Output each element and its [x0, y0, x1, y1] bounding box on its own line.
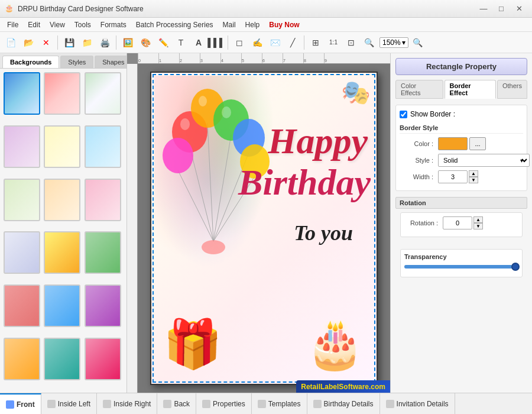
menu-mail[interactable]: Mail: [218, 20, 241, 30]
zoom-in-button[interactable]: 🔍: [361, 34, 377, 51]
invitation-details-label: Invitation Details: [397, 400, 449, 408]
svg-line-2: [213, 135, 231, 241]
zoom-box[interactable]: 150% ▾: [379, 37, 408, 48]
thumb-2[interactable]: [44, 72, 80, 115]
thumb-17[interactable]: [44, 338, 80, 380]
text-button[interactable]: T: [173, 34, 189, 51]
thumb-10[interactable]: [4, 231, 40, 274]
ruler-left: [127, 64, 138, 393]
bottom-tab-inside-left[interactable]: Inside Left: [41, 393, 97, 414]
sep-2: [116, 35, 116, 50]
thumb-8[interactable]: [44, 179, 80, 221]
app-title: DRPU Birthday Card Designer Software: [18, 5, 475, 13]
bottom-tab-front[interactable]: Front: [0, 393, 41, 414]
barcode-button[interactable]: ▌▌▌: [208, 34, 225, 51]
new-button[interactable]: 📄: [2, 34, 19, 51]
show-border-label: Show Border :: [410, 110, 455, 118]
color-browse-button[interactable]: ...: [469, 137, 486, 150]
line-button[interactable]: ╱: [284, 34, 301, 51]
r-tick-0: 0: [138, 53, 158, 63]
r-tick-4: 4: [220, 53, 241, 63]
rotation-down-button[interactable]: ▼: [473, 223, 483, 229]
card-canvas[interactable]: Happy Birthday To you 🎁 🎂 🎭: [150, 72, 378, 385]
zoom-dropdown-icon[interactable]: ▾: [402, 38, 406, 47]
bottom-tab-invitation-details[interactable]: Invitation Details: [380, 393, 455, 414]
r-tick-5: 5: [241, 53, 262, 63]
print-button[interactable]: 🖨️: [96, 34, 113, 51]
canvas-wrapper: Happy Birthday To you 🎁 🎂 🎭: [138, 64, 390, 393]
grid-button[interactable]: ⊞: [307, 34, 324, 51]
thumb-9[interactable]: [85, 179, 121, 221]
tab-others[interactable]: Others: [497, 80, 527, 99]
email-button[interactable]: ✉️: [267, 34, 283, 51]
close-button[interactable]: ✕: [511, 3, 527, 15]
open-button[interactable]: 📂: [20, 34, 37, 51]
rotation-up-button[interactable]: ▲: [473, 216, 483, 223]
thumb-12[interactable]: [85, 231, 121, 274]
fit-button[interactable]: ⊡: [343, 34, 359, 51]
thumb-3[interactable]: [85, 72, 121, 115]
shape-button[interactable]: ◻: [231, 34, 248, 51]
signature-button[interactable]: ✍: [249, 34, 265, 51]
thumb-16[interactable]: [4, 338, 40, 380]
tab-backgrounds[interactable]: Backgrounds: [2, 56, 59, 68]
thumb-7[interactable]: [4, 179, 40, 221]
bottom-tab-birthday-details[interactable]: Birthday Details: [307, 393, 380, 414]
actual-size-button[interactable]: 1:1: [325, 34, 342, 51]
show-border-checkbox[interactable]: [400, 111, 407, 118]
zoom-out-button[interactable]: 🔍: [410, 34, 426, 51]
width-input[interactable]: [438, 170, 468, 183]
style-label: Style :: [400, 157, 438, 164]
pencil-button[interactable]: ✏️: [155, 34, 171, 51]
thumb-11[interactable]: [44, 231, 80, 274]
thumb-4[interactable]: [4, 125, 40, 168]
bottom-tab-back[interactable]: Back: [157, 393, 196, 414]
transparency-thumb[interactable]: [511, 263, 520, 271]
menu-help[interactable]: Help: [241, 20, 265, 30]
style-select[interactable]: Solid Dashed Dotted Double: [438, 154, 530, 167]
bottom-tabs: Front Inside Left Inside Right Back Prop…: [0, 393, 532, 414]
font-button[interactable]: A: [190, 34, 207, 51]
rotation-input[interactable]: [443, 216, 472, 229]
thumb-14[interactable]: [44, 284, 80, 327]
menu-formats[interactable]: Formats: [96, 20, 131, 30]
menu-batch-processing[interactable]: Batch Processing Series: [131, 20, 218, 30]
menu-tools[interactable]: Tools: [70, 20, 96, 30]
bottom-tab-properties[interactable]: Properties: [196, 393, 252, 414]
menu-file[interactable]: File: [2, 20, 23, 30]
width-down-button[interactable]: ▼: [469, 177, 478, 183]
svg-point-11: [163, 138, 193, 173]
color-swatch[interactable]: [438, 137, 468, 150]
card-gift: 🎁: [163, 316, 222, 372]
tab-color-effects[interactable]: Color Effects: [395, 80, 443, 99]
minimize-button[interactable]: —: [475, 3, 492, 15]
thumb-13[interactable]: [4, 284, 40, 327]
tab-styles[interactable]: Styles: [60, 56, 93, 68]
close-doc-button[interactable]: ✕: [38, 34, 54, 51]
menu-buy-now[interactable]: Buy Now: [264, 20, 304, 30]
bottom-tab-templates[interactable]: Templates: [252, 393, 307, 414]
property-tabs: Color Effects Border Effect Others: [395, 80, 527, 99]
title-bar: 🎂 DRPU Birthday Card Designer Software —…: [0, 0, 532, 18]
thumb-1[interactable]: [4, 72, 40, 115]
save-button[interactable]: 💾: [61, 34, 77, 51]
width-up-button[interactable]: ▲: [469, 170, 478, 177]
card-cake: 🎂: [306, 316, 365, 372]
menu-edit[interactable]: Edit: [23, 20, 45, 30]
tab-shapes[interactable]: Shapes: [95, 56, 127, 68]
thumb-6[interactable]: [85, 125, 121, 168]
color-row: Color : ...: [400, 137, 523, 150]
color-button[interactable]: 🎨: [137, 34, 154, 51]
thumb-18[interactable]: [85, 338, 121, 380]
thumbnails-grid: [0, 69, 126, 393]
thumb-5[interactable]: [44, 125, 80, 168]
back-tab-icon: [163, 400, 171, 408]
maximize-button[interactable]: □: [493, 3, 510, 15]
thumb-15[interactable]: [85, 284, 121, 327]
image-button[interactable]: 🖼️: [119, 34, 136, 51]
bottom-tab-inside-right[interactable]: Inside Right: [97, 393, 157, 414]
menu-view[interactable]: View: [45, 20, 70, 30]
show-border-row: Show Border :: [400, 109, 523, 119]
save-as-button[interactable]: 📁: [79, 34, 95, 51]
tab-border-effect[interactable]: Border Effect: [445, 80, 496, 99]
